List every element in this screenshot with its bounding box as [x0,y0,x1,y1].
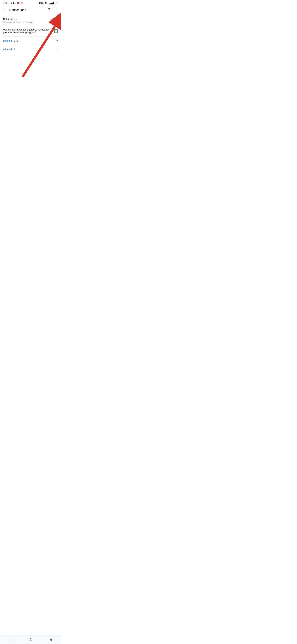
status-left: 12:47 | 0.7KB/s 🔕 ⏰ ··· [2,2,25,4]
speed: | [8,2,8,4]
search-icon [47,8,51,12]
svg-line-1 [49,10,50,11]
blocked-text: Blocked [3,40,12,42]
notifications-subtitle: Sites can ask to send notifications [3,21,48,24]
blocked-chevron-down-icon: ▾ [56,39,58,42]
network-speed: 0.7KB/s [9,2,16,4]
app-bar: ← Notifications ⋮ [0,6,61,14]
allowed-row[interactable]: Allowed - 1 ▴ [0,45,61,54]
back-button[interactable]: ← [2,7,8,13]
toggle-thumb [53,19,57,23]
notifications-row: Notifications Sites can ask to send noti… [0,16,61,26]
alarm-icon: ⏰ [20,2,23,4]
quieter-messaging-text: Use quieter messaging (blocks notificati… [3,28,54,34]
settings-content: Notifications Sites can ask to send noti… [0,14,61,55]
vpn-badge: VPN [39,2,44,4]
page-wrapper: 12:47 | 0.7KB/s 🔕 ⏰ ··· VPN 4G ▁▃▅▇ 43 ←… [0,0,61,132]
notifications-text: Notifications Sites can ask to send noti… [3,18,50,24]
back-arrow-icon: ← [3,8,7,12]
time: 12:47 [2,2,7,4]
battery-icon: 43 [55,2,58,4]
signal-icon: 4G [45,2,47,4]
allowed-text: Allowed [3,48,12,51]
quieter-messaging-title: Use quieter messaging (blocks notificati… [3,28,52,34]
allowed-chevron-up-icon: ▴ [56,48,58,51]
allowed-label: Allowed - 1 [3,48,15,51]
quieter-messaging-checkbox[interactable] [54,30,58,33]
more-options-icon: ⋮ [54,8,57,12]
notifications-title: Notifications [3,18,48,21]
status-right: VPN 4G ▁▃▅▇ 43 [39,2,58,4]
mute-icon: 🔕 [17,2,19,4]
app-bar-actions: ⋮ [46,7,59,13]
blocked-label: Blocked - 370 [3,40,18,42]
notifications-toggle[interactable] [50,18,58,23]
blocked-row[interactable]: Blocked - 370 ▾ [0,36,61,45]
allowed-count: - 1 [12,48,15,51]
page-title: Notifications [9,8,46,12]
more-status-icon: ··· [24,2,25,4]
more-options-button[interactable]: ⋮ [53,7,59,13]
search-button[interactable] [46,7,52,13]
signal-bars: ▁▃▅▇ [48,2,54,4]
quieter-messaging-row: Use quieter messaging (blocks notificati… [0,26,61,36]
status-bar: 12:47 | 0.7KB/s 🔕 ⏰ ··· VPN 4G ▁▃▅▇ 43 [0,0,61,6]
blocked-count: - 370 [12,40,18,42]
